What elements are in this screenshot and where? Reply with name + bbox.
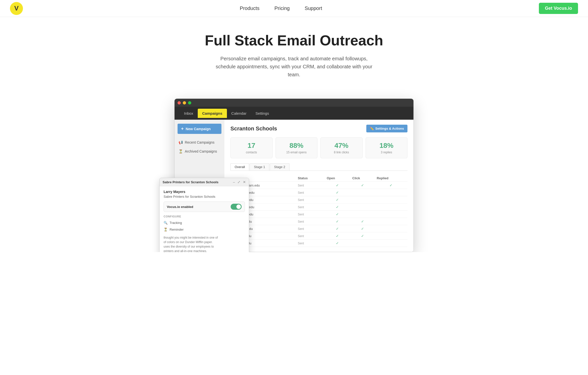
products-link[interactable]: Products: [240, 5, 260, 11]
cell-click: [350, 189, 375, 196]
hero-section: Full Stack Email Outreach Personalize em…: [0, 17, 588, 89]
cell-click: ✓: [350, 218, 375, 225]
logo[interactable]: V: [10, 2, 23, 15]
cell-status: Sent: [296, 182, 325, 189]
popup-subject: Sabre Printers for Scranton Schools: [164, 195, 245, 198]
cell-replied: [375, 203, 407, 211]
pencil-icon: ✏️: [370, 127, 374, 130]
col-open: Open: [325, 175, 350, 182]
cell-click: [350, 196, 375, 203]
tab-inbox[interactable]: Inbox: [180, 109, 198, 118]
cell-click: [350, 203, 375, 211]
table-row[interactable]: @tresgeox.edu Sent ✓: [230, 189, 407, 196]
sidebar-item-recent[interactable]: 📢 Recent Campaigns: [175, 138, 224, 147]
popup-window: Sabre Printers for Scranton Schools – ⤢ …: [159, 178, 249, 252]
cell-status: Sent: [296, 225, 325, 232]
cell-open: ✓: [325, 182, 350, 189]
close-dot[interactable]: [178, 101, 181, 104]
col-replied: Replied: [375, 175, 407, 182]
table-row[interactable]: @ozerflex.edu Sent ✓: [230, 196, 407, 203]
app-screenshot: Inbox Campaigns Calendar Settings + New …: [174, 98, 414, 252]
cell-click: ✓: [350, 225, 375, 232]
tab-stage2[interactable]: Stage 2: [270, 163, 290, 171]
minimize-dot[interactable]: [183, 101, 186, 104]
campaign-header: Scranton Schools ✏️ Settings & Actions: [230, 125, 407, 132]
cell-replied: ✓: [375, 182, 407, 189]
tab-overall[interactable]: Overall: [230, 163, 249, 171]
cell-click: [350, 240, 375, 247]
tab-settings[interactable]: Settings: [251, 109, 273, 118]
popup-body: Larry Mayers Sabre Printers for Scranton…: [160, 186, 249, 252]
cell-status: Sent: [296, 211, 325, 218]
stat-opens-value: 88%: [280, 142, 313, 150]
table-row[interactable]: trunzone.edu Sent ✓: [230, 240, 407, 247]
table-row[interactable]: immafase.edu Sent ✓ ✓: [230, 225, 407, 232]
cell-status: Sent: [296, 189, 325, 196]
cell-status: Sent: [296, 240, 325, 247]
table-row[interactable]: ...solosolobarn.edu Sent ✓ ✓ ✓: [230, 182, 407, 189]
preview-line2: of colors on our Dunder Mifflin paper.: [164, 240, 245, 244]
maximize-dot[interactable]: [188, 101, 191, 104]
stat-replies-label: 3 replies: [370, 151, 403, 154]
stat-opens: 88% 15 email opens: [276, 137, 318, 158]
content-tabs: Overall Stage 1 Stage 2: [230, 163, 407, 171]
cell-click: ✓: [350, 182, 375, 189]
cell-status: Sent: [296, 232, 325, 240]
popup-expand[interactable]: ⤢: [237, 180, 240, 184]
stat-clicks-value: 47%: [325, 142, 358, 150]
nav-links: Products Pricing Support: [240, 5, 322, 11]
get-vocus-button[interactable]: Get Vocus.io: [539, 3, 578, 14]
col-click: Click: [350, 175, 375, 182]
popup-controls: – ⤢ ✕: [233, 180, 246, 184]
cell-replied: [375, 232, 407, 240]
cell-click: [350, 211, 375, 218]
stat-opens-label: 15 email opens: [280, 151, 313, 154]
popup-minimize[interactable]: –: [233, 180, 235, 184]
support-link[interactable]: Support: [305, 5, 322, 11]
popup-titlebar: Sabre Printers for Scranton Schools – ⤢ …: [160, 178, 249, 186]
tracking-icon: 🔍: [164, 221, 168, 225]
email-table: Status Open Click Replied ...solosolobar…: [230, 175, 407, 247]
hero-title: Full Stack Email Outreach: [5, 32, 583, 49]
vocus-toggle[interactable]: [231, 204, 242, 210]
preview-line1: thought you might be interested in one o…: [164, 235, 245, 240]
plus-icon: +: [181, 126, 184, 131]
cell-replied: [375, 196, 407, 203]
stat-replies-value: 18%: [370, 142, 403, 150]
campaign-title: Scranton Schools: [230, 125, 277, 132]
email-preview: thought you might be interested in one o…: [164, 235, 245, 252]
logo-icon: V: [10, 2, 23, 15]
cell-status: Sent: [296, 203, 325, 211]
vocus-enabled-row: Vocus.io enabled: [164, 201, 245, 212]
tab-campaigns[interactable]: Campaigns: [198, 109, 227, 118]
preview-line3: uses the diversity of our employees to: [164, 244, 245, 249]
cell-open: ✓: [325, 203, 350, 211]
vocus-label: Vocus.io enabled: [167, 205, 193, 209]
new-campaign-button[interactable]: + New Campaign: [178, 124, 221, 134]
cell-replied: [375, 211, 407, 218]
cell-open: ✓: [325, 189, 350, 196]
settings-actions-button[interactable]: ✏️ Settings & Actions: [366, 125, 407, 132]
table-row[interactable]: anelectrics.edu Sent ✓: [230, 203, 407, 211]
hero-subtitle: Personalize email campaigns, track and a…: [214, 55, 374, 79]
cell-replied: [375, 218, 407, 225]
stat-contacts-label: contacts: [235, 151, 268, 154]
tab-stage1[interactable]: Stage 1: [250, 163, 269, 171]
pricing-link[interactable]: Pricing: [275, 5, 290, 11]
table-row[interactable]: @inchex.edu Sent ✓ ✓: [230, 232, 407, 240]
cell-open: ✓: [325, 240, 350, 247]
mac-titlebar: [175, 99, 413, 107]
stat-clicks: 47% 8 link clicks: [320, 137, 363, 158]
configure-item-tracking[interactable]: 🔍 Tracking: [164, 219, 245, 226]
megaphone-icon: 📢: [179, 140, 183, 144]
configure-item-reminder[interactable]: ⏳ Reminder: [164, 226, 245, 233]
popup-title: Sabre Printers for Scranton Schools: [163, 180, 218, 184]
tab-calendar[interactable]: Calendar: [227, 109, 251, 118]
table-row[interactable]: cantouch.edu Sent ✓ ✓: [230, 218, 407, 225]
toggle-knob: [236, 204, 241, 209]
table-row[interactable]: highsoltax.edu Sent ✓: [230, 211, 407, 218]
sidebar-item-archived[interactable]: ⏳ Archived Campaigns: [175, 147, 224, 156]
stat-contacts: 17 contacts: [230, 137, 273, 158]
cell-replied: [375, 189, 407, 196]
popup-close[interactable]: ✕: [243, 180, 246, 184]
